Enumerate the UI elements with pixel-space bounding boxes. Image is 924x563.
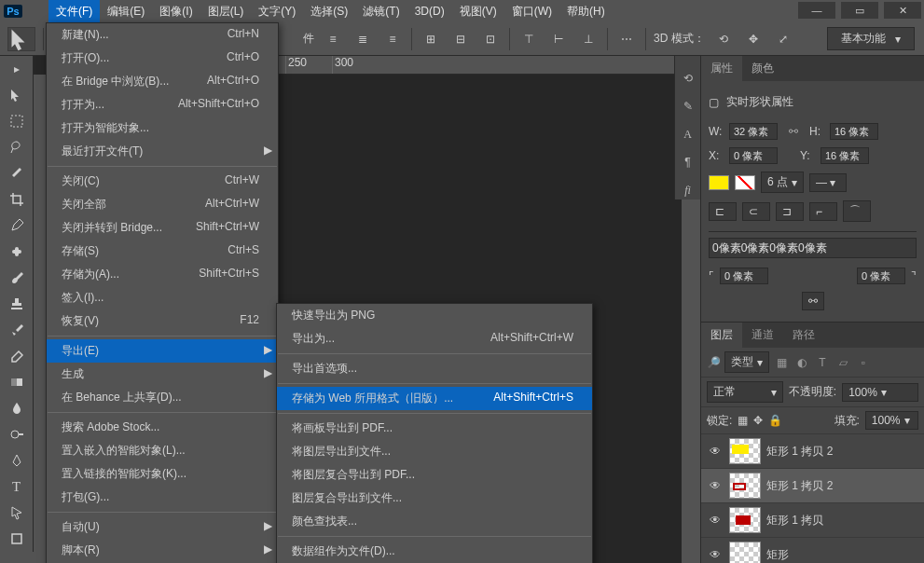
menu-item[interactable]: 恢复(V)F12: [47, 309, 278, 333]
menu-image[interactable]: 图像(I): [152, 0, 200, 23]
more-icon[interactable]: ⋯: [615, 28, 638, 50]
align-left-icon[interactable]: ≡: [322, 28, 344, 50]
corner-icon[interactable]: ⌐: [809, 202, 837, 221]
menu-item[interactable]: 存储(S)Ctrl+S: [47, 240, 278, 263]
move-tool[interactable]: [0, 82, 33, 108]
menu-item[interactable]: 将图层导出到文件...: [277, 440, 592, 463]
eyedropper-tool[interactable]: [0, 213, 33, 239]
window-minimize[interactable]: —: [798, 2, 835, 19]
layer-item[interactable]: 👁 矩形 1 拷贝 2: [701, 469, 924, 503]
menu-item[interactable]: 图层复合导出到文件...: [277, 487, 592, 510]
corner-round[interactable]: ⌒: [843, 200, 871, 222]
menu-layer[interactable]: 图层(L): [200, 0, 252, 23]
menu-item[interactable]: 打包(G)...: [47, 486, 278, 509]
window-restore[interactable]: ▭: [841, 2, 878, 19]
orbit-icon[interactable]: ⟲: [712, 28, 735, 50]
layer-name[interactable]: 矩形: [766, 547, 789, 563]
menu-item[interactable]: 导出为...Alt+Shift+Ctrl+W: [277, 327, 592, 350]
dist-icon[interactable]: ⊡: [479, 28, 502, 50]
layer-item[interactable]: 👁 矩形 1 拷贝: [701, 503, 924, 538]
menu-item[interactable]: 搜索 Adobe Stock...: [47, 416, 278, 439]
menu-view[interactable]: 视图(V): [452, 0, 504, 23]
x-input[interactable]: [729, 147, 778, 164]
menu-item[interactable]: 打开为智能对象...: [47, 117, 278, 140]
char-panel-icon[interactable]: A: [679, 125, 697, 144]
kind-filter[interactable]: 类型▾: [724, 351, 769, 373]
menu-item[interactable]: 关闭(C)Ctrl+W: [47, 170, 278, 193]
blend-mode[interactable]: 正常▾: [707, 381, 783, 403]
lock-pixel-icon[interactable]: ▦: [738, 414, 748, 427]
filter-shape-icon[interactable]: ▱: [834, 356, 851, 369]
tab-layers[interactable]: 图层: [701, 323, 742, 348]
menu-item[interactable]: 新建(N)...Ctrl+N: [47, 23, 278, 47]
cap-butt[interactable]: ⊏: [709, 202, 737, 221]
link-corners-icon[interactable]: ⚯: [802, 292, 824, 310]
align-top-icon[interactable]: ⊤: [517, 28, 540, 50]
pen-tool[interactable]: [0, 447, 33, 474]
stroke-width[interactable]: 6 点▾: [761, 172, 804, 193]
tab-properties[interactable]: 属性: [701, 56, 742, 81]
menu-filter[interactable]: 滤镜(T): [355, 0, 407, 23]
stroke-swatch[interactable]: [735, 175, 755, 190]
menu-item[interactable]: 数据组作为文件(D)...: [277, 540, 592, 563]
menu-item[interactable]: 将画板导出到 PDF...: [277, 417, 592, 440]
glyph-panel-icon[interactable]: fi: [679, 181, 697, 199]
visibility-icon[interactable]: 👁: [707, 514, 724, 527]
menu-item[interactable]: 在 Bridge 中浏览(B)...Alt+Ctrl+O: [47, 70, 278, 93]
search-icon[interactable]: 🔎: [707, 356, 721, 369]
fill-value[interactable]: 100%▾: [865, 411, 918, 430]
menu-item[interactable]: 打开为...Alt+Shift+Ctrl+O: [47, 93, 278, 117]
menu-file[interactable]: 文件(F): [48, 0, 100, 23]
window-close[interactable]: ✕: [884, 2, 921, 19]
tab-channels[interactable]: 通道: [742, 323, 783, 348]
cap-square[interactable]: ⊐: [776, 202, 804, 221]
brush-panel-icon[interactable]: ✎: [679, 97, 697, 116]
visibility-icon[interactable]: 👁: [707, 548, 724, 561]
eraser-tool[interactable]: [0, 343, 33, 369]
menu-item[interactable]: 导出首选项...: [277, 357, 592, 380]
expand-icon[interactable]: ▸: [0, 56, 33, 82]
tab-color[interactable]: 颜色: [742, 56, 783, 81]
link-wh-icon[interactable]: ⚯: [783, 125, 804, 138]
layer-name[interactable]: 矩形 1 拷贝: [766, 513, 823, 529]
align-mid-icon[interactable]: ⊢: [547, 28, 570, 50]
fill-swatch[interactable]: [709, 175, 729, 190]
history-panel-icon[interactable]: ⟲: [679, 69, 697, 88]
height-input[interactable]: [830, 123, 878, 140]
layer-item[interactable]: 👁 矩形 1 拷贝 2: [701, 434, 924, 469]
menu-item[interactable]: 关闭并转到 Bridge...Shift+Ctrl+W: [47, 216, 278, 240]
menu-item[interactable]: 将图层复合导出到 PDF...: [277, 463, 592, 487]
zoom3d-icon[interactable]: ⤢: [772, 28, 794, 50]
menu-window[interactable]: 窗口(W): [504, 0, 559, 23]
menu-type[interactable]: 文字(Y): [251, 0, 303, 23]
y-input[interactable]: [821, 147, 869, 164]
menu-item[interactable]: 存储为(A)...Shift+Ctrl+S: [47, 263, 278, 286]
width-input[interactable]: [729, 123, 778, 140]
visibility-icon[interactable]: 👁: [707, 479, 724, 492]
menu-item[interactable]: 置入嵌入的智能对象(L)...: [47, 439, 278, 462]
visibility-icon[interactable]: 👁: [707, 445, 724, 458]
stroke-style[interactable]: — ▾: [809, 173, 847, 192]
menu-select[interactable]: 选择(S): [303, 0, 355, 23]
path-select-tool[interactable]: [0, 500, 33, 526]
shape-tool[interactable]: [0, 526, 33, 552]
dist-v-icon[interactable]: ⊟: [449, 28, 472, 50]
crop-tool[interactable]: [0, 186, 33, 213]
filter-type-icon[interactable]: T: [814, 356, 831, 369]
current-tool-preset[interactable]: [7, 27, 35, 51]
menu-item[interactable]: 生成▶: [47, 363, 278, 386]
gradient-tool[interactable]: [0, 369, 33, 395]
menu-item[interactable]: 颜色查找表...: [277, 510, 592, 533]
history-brush-tool[interactable]: [0, 317, 33, 343]
align-bot-icon[interactable]: ⊥: [577, 28, 600, 50]
menu-item[interactable]: 存储为 Web 所用格式（旧版）...Alt+Shift+Ctrl+S: [277, 387, 592, 410]
filter-pixel-icon[interactable]: ▦: [773, 356, 790, 369]
tab-paths[interactable]: 路径: [783, 323, 824, 348]
filter-smart-icon[interactable]: ▫: [855, 356, 872, 369]
dodge-tool[interactable]: [0, 421, 33, 447]
menu-item[interactable]: 导出(E)▶: [47, 339, 278, 363]
wand-tool[interactable]: [0, 160, 33, 186]
menu-3d[interactable]: 3D(D): [407, 1, 452, 21]
blur-tool[interactable]: [0, 395, 33, 421]
lock-all-icon[interactable]: 🔒: [768, 414, 782, 427]
